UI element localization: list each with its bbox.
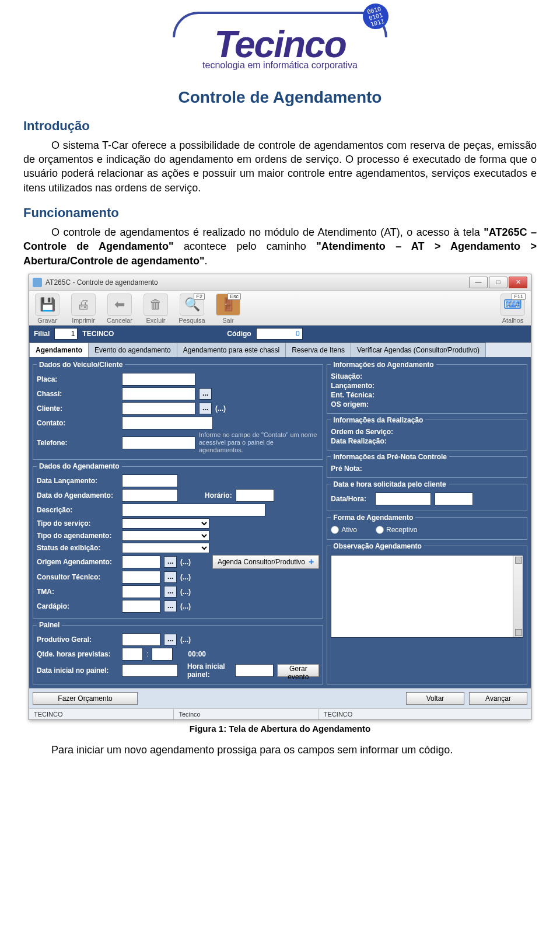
status-select[interactable] xyxy=(122,543,209,553)
filial-label: Filial xyxy=(34,330,50,338)
excluir-button[interactable]: 🗑 Excluir xyxy=(141,294,170,324)
cardapio-input[interactable] xyxy=(122,600,160,613)
group-info-agendamento: Informações do Agendamento Situação: Lan… xyxy=(327,361,527,414)
codigo-input[interactable] xyxy=(256,328,303,340)
closing-paragraph: Para iniciar um novo agendamento prossig… xyxy=(23,743,537,757)
minimize-button[interactable]: — xyxy=(469,277,488,288)
search-icon: 🔍F2 xyxy=(180,294,204,316)
consultor-lookup-button[interactable]: ... xyxy=(164,571,177,583)
printer-icon: 🖨 xyxy=(71,294,96,316)
observacao-textarea[interactable] xyxy=(331,555,523,638)
cardapio-lookup-button[interactable]: ... xyxy=(164,600,177,612)
tab-verificar-agendas[interactable]: Verificar Agendas (Consultor/Produtivo) xyxy=(351,343,486,357)
chassi-input[interactable] xyxy=(122,387,195,400)
cliente-data-input[interactable] xyxy=(375,493,431,505)
data-agendamento-input[interactable] xyxy=(122,489,178,502)
tab-agendamento[interactable]: Agendamento xyxy=(29,343,89,357)
back-arrow-icon: ⬅ xyxy=(107,294,132,316)
close-button[interactable]: ✕ xyxy=(509,277,527,288)
group-veiculo-cliente: Dados do Veículo/Cliente Placa: Chassi:.… xyxy=(33,361,323,460)
radio-ativo[interactable]: Ativo xyxy=(331,526,357,534)
logo: 0010 0101 1011 Tecinco tecnologia em inf… xyxy=(23,12,537,71)
tma-input[interactable] xyxy=(122,585,160,598)
save-icon: 💾 xyxy=(35,294,60,316)
footer-buttons: Fazer Orçamento Voltar Avançar xyxy=(29,688,531,708)
fazer-orcamento-button[interactable]: Fazer Orçamento xyxy=(33,692,138,705)
filial-bar: Filial TECINCO Código xyxy=(29,326,531,343)
horario-input[interactable] xyxy=(236,489,274,502)
keyboard-icon: ⌨F11 xyxy=(501,294,525,316)
voltar-button[interactable]: Voltar xyxy=(406,692,464,705)
hora-inicial-input[interactable] xyxy=(235,664,274,677)
tabs: Agendamento Evento do agendamento Agenda… xyxy=(29,343,531,357)
window-title: AT265C - Controle de agendamento xyxy=(46,278,158,287)
sair-button[interactable]: 🚪Esc Sair xyxy=(214,294,243,324)
group-forma-agendamento: Forma de Agendamento Ativo Receptivo xyxy=(327,514,527,540)
data-lancamento-input[interactable] xyxy=(122,474,178,487)
filial-input[interactable] xyxy=(54,328,78,340)
group-dados-agendamento: Dados do Agendamento Data Lançamento: Da… xyxy=(33,462,323,619)
group-observacao: Observação Agendamento xyxy=(327,542,527,685)
qtde-m-input[interactable] xyxy=(152,648,173,661)
contato-hint: Informe no campo de "Contato" um nome ac… xyxy=(199,431,319,455)
intro-paragraph: O sistema T-Car oferece a possibilidade … xyxy=(23,138,537,195)
origem-lookup-button[interactable]: ... xyxy=(164,556,177,568)
chassi-lookup-button[interactable]: ... xyxy=(199,388,212,400)
cliente-hora-input[interactable] xyxy=(435,493,473,505)
produtivo-lookup-button[interactable]: ... xyxy=(164,634,177,645)
logo-chip-icon: 0010 0101 1011 xyxy=(360,1,391,32)
scrollbar[interactable] xyxy=(513,556,523,637)
placa-input[interactable] xyxy=(122,373,195,386)
tab-reserva[interactable]: Reserva de Itens xyxy=(285,343,351,357)
radio-receptivo[interactable]: Receptivo xyxy=(376,526,417,534)
plus-icon: + xyxy=(309,557,314,567)
func-paragraph: O controle de agendamentos é realizado n… xyxy=(23,225,537,268)
figure-caption: Figura 1: Tela de Abertura do Agendament… xyxy=(23,724,537,734)
avancar-button[interactable]: Avançar xyxy=(469,692,527,705)
filial-name: TECINCO xyxy=(82,330,222,338)
toolbar: 💾 Gravar 🖨 Imprimir ⬅ Cancelar 🗑 Excluir… xyxy=(29,291,531,326)
status-cell-3: TECINCO xyxy=(319,709,531,720)
imprimir-button[interactable]: 🖨 Imprimir xyxy=(69,294,98,324)
agenda-consultor-button[interactable]: Agenda Consultor/Produtivo+ xyxy=(212,555,319,569)
app-window: AT265C - Controle de agendamento — □ ✕ 💾… xyxy=(29,274,531,721)
group-painel: Painel Produtivo Geral:...(...) Qtde. ho… xyxy=(33,621,323,684)
page-title: Controle de Agendamento xyxy=(23,88,537,107)
produtivo-input[interactable] xyxy=(122,633,160,646)
gravar-button[interactable]: 💾 Gravar xyxy=(33,294,62,324)
cancelar-button[interactable]: ⬅ Cancelar xyxy=(105,294,134,324)
pesquisa-button[interactable]: 🔍F2 Pesquisa xyxy=(177,294,206,324)
app-icon xyxy=(33,278,42,287)
door-icon: 🚪Esc xyxy=(216,294,240,316)
telefone-input[interactable] xyxy=(122,436,195,449)
section-func-heading: Funcionamento xyxy=(23,205,537,221)
group-prenota: Informações da Pré-Nota Controle Pré Not… xyxy=(327,453,527,478)
codigo-label: Código xyxy=(227,330,251,338)
tab-evento[interactable]: Evento do agendamento xyxy=(88,343,177,357)
consultor-input[interactable] xyxy=(122,571,160,584)
group-info-realizacao: Informações da Realização Ordem de Servi… xyxy=(327,416,527,450)
titlebar: AT265C - Controle de agendamento — □ ✕ xyxy=(29,274,531,291)
origem-input[interactable] xyxy=(122,556,160,568)
status-cell-2: Tecinco xyxy=(174,709,318,720)
gerar-evento-button[interactable]: Gerar evento xyxy=(277,664,319,677)
section-intro-heading: Introdução xyxy=(23,118,537,134)
cliente-lookup-button[interactable]: ... xyxy=(199,403,212,414)
status-cell-1: TECINCO xyxy=(29,709,174,720)
maximize-button[interactable]: □ xyxy=(489,277,508,288)
tipo-servico-select[interactable] xyxy=(122,518,209,529)
qtde-total: 00:00 xyxy=(188,650,206,658)
trash-icon: 🗑 xyxy=(144,294,168,316)
descricao-input[interactable] xyxy=(122,504,265,516)
tma-lookup-button[interactable]: ... xyxy=(164,586,177,598)
tab-chassi[interactable]: Agendamento para este chassi xyxy=(177,343,286,357)
cliente-input[interactable] xyxy=(122,402,195,415)
logo-tagline: tecnologia em informática corporativa xyxy=(173,60,387,71)
contato-input[interactable] xyxy=(122,417,213,429)
statusbar: TECINCO Tecinco TECINCO xyxy=(29,708,531,720)
group-datahora-cliente: Data e hora solicitada pelo cliente Data… xyxy=(327,480,527,511)
tipo-agendamento-select[interactable] xyxy=(122,530,209,541)
data-inicial-input[interactable] xyxy=(122,664,178,677)
qtde-h-input[interactable] xyxy=(122,648,143,661)
atalhos-button[interactable]: ⌨F11 Atalhos xyxy=(498,294,527,324)
